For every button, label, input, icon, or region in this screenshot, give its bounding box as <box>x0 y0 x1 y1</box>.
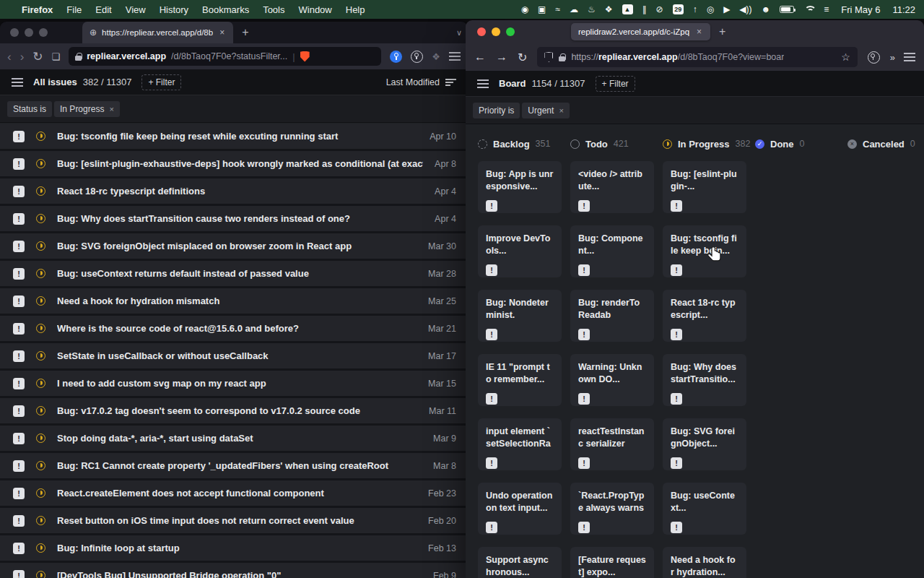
menubar-item-bookmarks[interactable]: Bookmarks <box>202 4 249 15</box>
browser-menu-icon[interactable] <box>904 53 915 61</box>
issue-row[interactable]: !I need to add custom svg map on my reac… <box>0 371 468 398</box>
right-url-bar[interactable]: https:// repliear.vercel.app /d/8bTaoq7F… <box>537 47 857 67</box>
priority-urgent-icon[interactable]: ! <box>13 186 25 197</box>
priority-urgent-icon[interactable]: ! <box>486 457 497 469</box>
board-card[interactable]: Bug: Why does startTransitio...! <box>663 354 746 406</box>
board-card[interactable]: Support asynchronous...! <box>478 547 562 578</box>
issue-row[interactable]: !Where is the source code of react@15.6.… <box>0 316 468 343</box>
sidebar-menu-icon[interactable] <box>12 78 23 87</box>
priority-urgent-icon[interactable]: ! <box>13 323 25 335</box>
menubar-item-edit[interactable]: Edit <box>95 4 111 15</box>
board-card[interactable]: Bug: [eslint-plugin-...! <box>663 161 746 213</box>
left-url-bar[interactable]: repliear.vercel.app /d/8bTaoq7F0e?status… <box>69 47 381 66</box>
slash-circle-icon[interactable]: ⊘ <box>656 5 663 14</box>
priority-urgent-icon[interactable]: ! <box>13 543 25 554</box>
issue-row[interactable]: !Bug: useContext returns default instead… <box>0 261 468 288</box>
priority-urgent-icon[interactable]: ! <box>13 158 25 170</box>
minimize-window-button[interactable] <box>492 27 500 36</box>
priority-urgent-icon[interactable]: ! <box>13 213 25 225</box>
filter-value-chip[interactable]: Urgent × <box>522 103 569 118</box>
sort-icon[interactable] <box>445 79 456 86</box>
remove-filter-icon[interactable]: × <box>559 106 563 115</box>
board-card[interactable]: input element `setSelectionRa! <box>478 418 562 470</box>
board-card[interactable]: [Feature request] expo...! <box>570 547 654 578</box>
left-browser-tab[interactable]: ⊕ https://repliear.vercel.app/d/8b × <box>82 22 233 43</box>
close-window-button[interactable] <box>10 28 19 37</box>
menubar-item-window[interactable]: Window <box>299 4 332 15</box>
priority-urgent-icon[interactable]: ! <box>486 200 497 212</box>
status-in-progress-icon[interactable] <box>36 461 45 470</box>
menubar-app-name[interactable]: Firefox <box>22 4 53 15</box>
priority-urgent-icon[interactable]: ! <box>13 350 25 362</box>
status-in-progress-icon[interactable] <box>36 543 45 553</box>
status-in-progress-icon[interactable] <box>36 571 45 578</box>
right-browser-tab[interactable]: replidraw2.vercel.app/d/c-iZpq × <box>571 23 710 40</box>
issue-row[interactable]: !Bug: Why does startTransition cause two… <box>0 206 468 233</box>
priority-urgent-icon[interactable]: ! <box>486 264 497 276</box>
dropbox-icon[interactable]: ❖ <box>605 5 613 14</box>
remove-filter-icon[interactable]: × <box>109 105 113 113</box>
video-icon[interactable]: ▣ <box>538 5 546 14</box>
priority-urgent-icon[interactable]: ! <box>578 200 590 212</box>
reload-button[interactable]: ↻ <box>518 51 527 64</box>
zoom-window-button[interactable] <box>506 27 515 36</box>
record-icon[interactable]: ◉ <box>521 5 528 14</box>
priority-urgent-icon[interactable]: ! <box>13 241 25 252</box>
board-card[interactable]: Warning: Unknown DO...! <box>570 354 654 406</box>
priority-urgent-icon[interactable]: ! <box>13 296 25 307</box>
priority-urgent-icon[interactable]: ! <box>578 393 590 405</box>
sort-label[interactable]: Last Modified <box>386 77 440 87</box>
browser-menu-icon[interactable] <box>449 52 461 61</box>
issue-row[interactable]: !Bug: tsconfig file keep being reset whi… <box>0 124 468 151</box>
status-in-progress-icon[interactable] <box>36 214 45 223</box>
status-in-progress-icon[interactable] <box>36 516 45 525</box>
board-card[interactable]: Improve DevTools...! <box>478 225 562 277</box>
volume-icon[interactable]: ◀)) <box>739 5 751 14</box>
minimize-window-button[interactable] <box>25 28 33 37</box>
priority-urgent-icon[interactable]: ! <box>486 393 497 405</box>
brave-shield-icon[interactable] <box>300 51 310 62</box>
menubar-item-view[interactable]: View <box>126 4 146 15</box>
issue-row[interactable]: !Need a hook for hydration mismatchMar 2… <box>0 288 468 316</box>
add-filter-button[interactable]: + Filter <box>596 76 635 92</box>
forward-button[interactable]: › <box>20 51 25 63</box>
status-in-progress-icon[interactable] <box>36 241 45 251</box>
menubar-time[interactable]: 11:22 <box>892 4 915 15</box>
status-in-progress-icon[interactable] <box>36 186 45 196</box>
issue-row[interactable]: !React 18-rc typescript definitionsApr 4 <box>0 178 468 206</box>
battery-icon[interactable] <box>780 6 794 13</box>
issue-row[interactable]: !Bug: RC1 Cannot create property '_updat… <box>0 453 468 480</box>
status-in-progress-icon[interactable] <box>36 324 45 333</box>
menubar-item-help[interactable]: Help <box>346 4 365 15</box>
bookmark-icon[interactable]: ❏ <box>52 51 61 62</box>
board-card[interactable]: Bug: tsconfig file keep bein...! <box>663 225 746 277</box>
board-card[interactable]: Need a hook for hydration...! <box>663 547 746 578</box>
priority-urgent-icon[interactable]: ! <box>13 405 25 417</box>
status-in-progress-icon[interactable] <box>36 406 45 415</box>
filter-field-chip[interactable]: Status is <box>7 101 52 117</box>
extensions-puzzle-icon[interactable]: ❖ <box>432 51 440 62</box>
priority-urgent-icon[interactable]: ! <box>671 264 682 276</box>
priority-urgent-icon[interactable]: ! <box>671 457 682 469</box>
priority-urgent-icon[interactable]: ! <box>486 522 497 533</box>
priority-urgent-icon[interactable]: ! <box>13 378 25 389</box>
issue-row[interactable]: !Bug: v17.0.2 tag doesn't seem to corres… <box>0 398 468 426</box>
wifi-icon[interactable] <box>803 6 814 14</box>
priority-urgent-icon[interactable]: ! <box>13 515 25 527</box>
priority-urgent-icon[interactable]: ! <box>671 200 682 212</box>
priority-urgent-icon[interactable]: ! <box>13 460 25 472</box>
priority-urgent-icon[interactable]: ! <box>671 522 682 533</box>
status-in-progress-icon[interactable] <box>36 269 45 278</box>
share-icon[interactable]: ↑ <box>693 5 697 14</box>
keyhole-extension-icon[interactable] <box>411 51 423 63</box>
priority-urgent-icon[interactable]: ! <box>578 329 590 340</box>
status-in-progress-icon[interactable] <box>36 159 45 168</box>
menubar-item-tools[interactable]: Tools <box>263 4 284 15</box>
play-circle-icon[interactable]: ▶ <box>723 5 730 14</box>
priority-urgent-icon[interactable]: ! <box>13 570 25 578</box>
new-tab-button[interactable]: + <box>719 25 725 38</box>
calendar-icon[interactable]: 29 <box>673 4 684 14</box>
issue-row[interactable]: !Reset button on iOS time input does not… <box>0 508 468 535</box>
priority-urgent-icon[interactable]: ! <box>578 264 590 276</box>
back-button[interactable]: ← <box>474 51 486 64</box>
